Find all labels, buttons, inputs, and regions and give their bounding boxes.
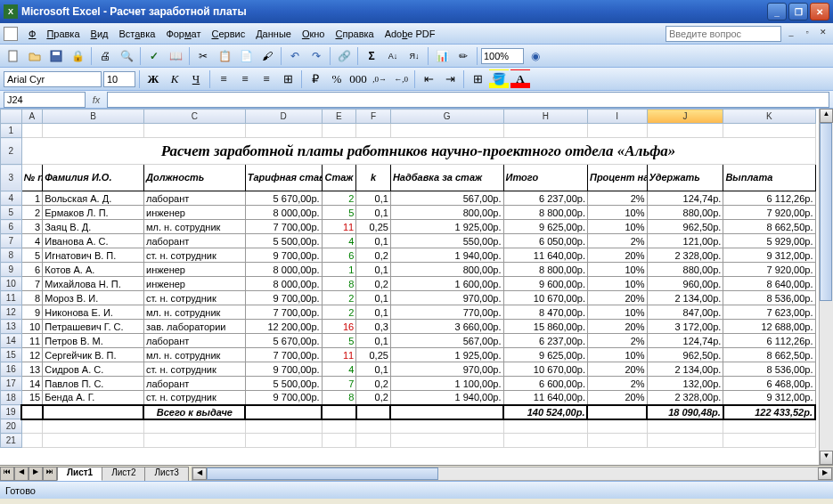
cell-k[interactable]: 0,2 bbox=[356, 248, 391, 263]
row-header-8[interactable]: 8 bbox=[1, 248, 22, 263]
cell-bonus[interactable]: 800,00р. bbox=[390, 206, 503, 220]
borders-button[interactable]: ⊞ bbox=[468, 69, 487, 89]
cell-rate[interactable]: 7 700,00р. bbox=[245, 220, 322, 234]
cell-bonus[interactable]: 1 940,00р. bbox=[390, 248, 503, 263]
cell-num[interactable]: 6 bbox=[21, 263, 43, 277]
cell-name[interactable]: Игнатович В. П. bbox=[43, 248, 144, 263]
cell[interactable] bbox=[21, 124, 43, 138]
col-header-D[interactable]: D bbox=[245, 110, 322, 124]
cell-pos[interactable]: ст. н. сотрудник bbox=[143, 248, 245, 263]
cell[interactable] bbox=[43, 434, 144, 448]
cell-hold[interactable]: 960,00р. bbox=[647, 277, 723, 291]
hdr-num[interactable]: № пп bbox=[21, 165, 43, 191]
cell-pay[interactable]: 8 662,50р. bbox=[723, 348, 815, 362]
formula-input[interactable] bbox=[107, 92, 829, 108]
cell-num[interactable]: 12 bbox=[21, 348, 43, 362]
cell-exp[interactable]: 4 bbox=[322, 234, 356, 248]
cell-pay[interactable]: 8 640,00р. bbox=[723, 277, 815, 291]
cell-num[interactable]: 13 bbox=[21, 362, 43, 377]
cell-k[interactable]: 0,25 bbox=[356, 348, 391, 362]
cell-pay[interactable]: 6 112,26р. bbox=[723, 334, 815, 348]
row-header-6[interactable]: 6 bbox=[1, 220, 22, 234]
row-header-9[interactable]: 9 bbox=[1, 263, 22, 277]
row-header-17[interactable]: 17 bbox=[1, 377, 22, 391]
hdr-pay[interactable]: Выплата bbox=[723, 165, 815, 191]
cell-k[interactable]: 0,1 bbox=[356, 291, 391, 305]
undo-button[interactable]: ↶ bbox=[285, 46, 305, 66]
mdi-restore-button[interactable]: ▫ bbox=[801, 28, 813, 40]
cell-rate[interactable]: 5 500,00р. bbox=[245, 234, 322, 248]
cell-k[interactable]: 0,3 bbox=[356, 320, 391, 334]
total-itogo[interactable]: 140 524,00р. bbox=[503, 405, 587, 419]
cell-pay[interactable]: 6 112,26р. bbox=[723, 191, 815, 206]
cell[interactable] bbox=[390, 405, 503, 419]
sort-desc-button[interactable]: Я↓ bbox=[404, 46, 424, 66]
cell-exp[interactable]: 2 bbox=[322, 191, 356, 206]
cell[interactable] bbox=[322, 419, 356, 434]
cell-rate[interactable]: 7 700,00р. bbox=[245, 305, 322, 320]
cell-rate[interactable]: 8 000,00р. bbox=[245, 206, 322, 220]
cell-exp[interactable]: 8 bbox=[322, 391, 356, 405]
decrease-decimal-button[interactable]: ←,0 bbox=[391, 69, 411, 89]
cell[interactable] bbox=[723, 419, 815, 434]
cell-bonus[interactable]: 1 925,00р. bbox=[390, 220, 503, 234]
vertical-scrollbar[interactable]: ▲ ▼ bbox=[819, 109, 833, 465]
cell-pos[interactable]: лаборант bbox=[143, 334, 245, 348]
align-left-button[interactable]: ≡ bbox=[214, 69, 233, 89]
cell[interactable] bbox=[245, 434, 322, 448]
cell-rate[interactable]: 5 670,00р. bbox=[245, 334, 322, 348]
cell-k[interactable]: 0,1 bbox=[356, 234, 391, 248]
scroll-right-button[interactable]: ▶ bbox=[818, 467, 832, 480]
cell-k[interactable]: 0,1 bbox=[356, 206, 391, 220]
cell-total[interactable]: 11 640,00р. bbox=[503, 248, 587, 263]
cell[interactable] bbox=[503, 434, 587, 448]
menu-window[interactable]: Окно bbox=[297, 27, 331, 41]
save-button[interactable] bbox=[46, 46, 66, 66]
cell-name[interactable]: Петров В. М. bbox=[43, 334, 144, 348]
tab-nav-first[interactable]: ⏮ bbox=[0, 467, 14, 481]
cell-bonus[interactable]: 1 940,00р. bbox=[390, 391, 503, 405]
name-box[interactable]: J24 bbox=[4, 92, 86, 108]
cell[interactable] bbox=[390, 419, 503, 434]
cell-hold[interactable]: 124,74р. bbox=[647, 334, 723, 348]
cell-bonus[interactable]: 970,00р. bbox=[390, 362, 503, 377]
cell-hold[interactable]: 880,00р. bbox=[647, 206, 723, 220]
cell-k[interactable]: 0,1 bbox=[356, 334, 391, 348]
cell-pay[interactable]: 7 623,00р. bbox=[723, 305, 815, 320]
tab-nav-last[interactable]: ⏭ bbox=[43, 467, 57, 481]
tab-nav-prev[interactable]: ◀ bbox=[14, 467, 29, 481]
open-button[interactable] bbox=[25, 46, 45, 66]
cell-pay[interactable]: 9 312,00р. bbox=[723, 391, 815, 405]
help-search-input[interactable] bbox=[666, 26, 781, 42]
drawing-button[interactable]: ✏ bbox=[453, 46, 473, 66]
cell-pct[interactable]: 20% bbox=[587, 391, 647, 405]
sheet-tab-2[interactable]: Лист2 bbox=[102, 467, 145, 481]
hdr-hold[interactable]: Удержать bbox=[647, 165, 723, 191]
cell-num[interactable]: 4 bbox=[21, 234, 43, 248]
cell-total[interactable]: 8 800,00р. bbox=[503, 206, 587, 220]
decrease-indent-button[interactable]: ⇤ bbox=[419, 69, 438, 89]
row-header-4[interactable]: 4 bbox=[1, 191, 22, 206]
cell-name[interactable]: Сидров А. С. bbox=[43, 362, 144, 377]
cell-rate[interactable]: 5 500,00р. bbox=[245, 377, 322, 391]
cell[interactable] bbox=[143, 434, 245, 448]
cell-exp[interactable]: 2 bbox=[322, 305, 356, 320]
redo-button[interactable]: ↷ bbox=[306, 46, 326, 66]
col-header-C[interactable]: C bbox=[143, 110, 245, 124]
cell-k[interactable]: 0,2 bbox=[356, 277, 391, 291]
cell-pct[interactable]: 2% bbox=[587, 234, 647, 248]
cell-pos[interactable]: мл. н. сотрудник bbox=[143, 305, 245, 320]
cell-pos[interactable]: лаборант bbox=[143, 191, 245, 206]
cell[interactable] bbox=[647, 124, 723, 138]
cell-name[interactable]: Павлов П. С. bbox=[43, 377, 144, 391]
percent-button[interactable]: % bbox=[327, 69, 347, 89]
merge-center-button[interactable]: ⊞ bbox=[278, 69, 298, 89]
cell-pct[interactable]: 20% bbox=[587, 248, 647, 263]
cell-bonus[interactable]: 1 600,00р. bbox=[390, 277, 503, 291]
cell-hold[interactable]: 2 328,00р. bbox=[647, 248, 723, 263]
autosum-button[interactable]: Σ bbox=[362, 46, 381, 66]
cell-pct[interactable]: 10% bbox=[587, 348, 647, 362]
cell-name[interactable]: Вольская А. Д. bbox=[43, 191, 144, 206]
cell[interactable] bbox=[587, 419, 647, 434]
vscroll-thumb[interactable] bbox=[820, 123, 832, 301]
